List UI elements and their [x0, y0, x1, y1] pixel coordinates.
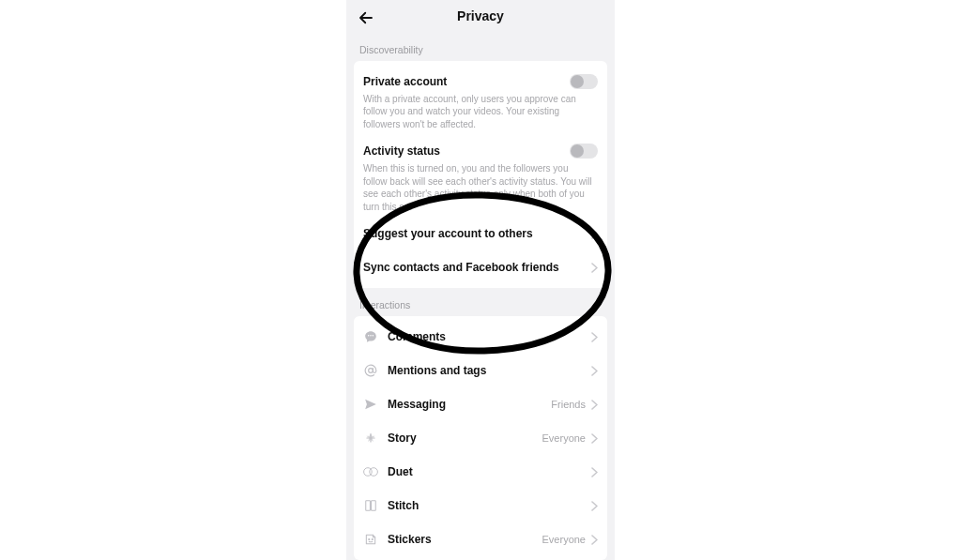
stitch-label: Stitch	[388, 499, 586, 512]
private-account-title: Private account	[363, 75, 447, 88]
comments-row[interactable]: Comments	[354, 320, 607, 354]
sticker-icon	[363, 532, 378, 547]
header-bar: Privacy	[346, 0, 615, 33]
sync-contacts-row[interactable]: Sync contacts and Facebook friends	[354, 250, 607, 284]
svg-point-3	[370, 468, 378, 477]
chevron-right-icon	[591, 332, 598, 342]
messaging-label: Messaging	[388, 398, 551, 411]
svg-rect-5	[372, 501, 376, 511]
activity-status-title: Activity status	[363, 144, 440, 158]
duet-label: Duet	[388, 465, 586, 478]
mentions-row[interactable]: Mentions and tags	[354, 354, 607, 387]
back-arrow-icon	[358, 9, 374, 26]
stitch-icon	[363, 498, 378, 513]
plus-icon	[363, 431, 378, 446]
section-label-discoverability: Discoverability	[346, 33, 615, 61]
comments-label: Comments	[388, 330, 586, 343]
suggest-account-row[interactable]: Suggest your account to others	[354, 217, 607, 250]
stickers-row[interactable]: Stickers Everyone	[354, 522, 607, 556]
activity-status-setting: Activity status When this is turned on, …	[354, 134, 607, 217]
svg-point-1	[369, 369, 374, 373]
chevron-right-icon	[591, 501, 598, 511]
private-account-setting: Private account With a private account, …	[354, 65, 607, 135]
send-icon	[363, 397, 378, 412]
comments-icon	[363, 329, 378, 344]
chevron-right-icon	[591, 467, 598, 477]
toggle-knob	[571, 75, 584, 88]
suggest-account-label: Suggest your account to others	[363, 227, 533, 240]
chevron-right-icon	[591, 229, 598, 239]
duet-row[interactable]: Duet	[354, 455, 607, 489]
phone-frame: Privacy Discoverability Private account …	[346, 0, 615, 560]
stickers-label: Stickers	[388, 533, 542, 546]
stitch-row[interactable]: Stitch	[354, 489, 607, 522]
chevron-right-icon	[591, 433, 598, 444]
story-row[interactable]: Story Everyone	[354, 421, 607, 455]
page-title: Privacy	[457, 8, 504, 23]
at-sign-icon	[363, 363, 378, 378]
mentions-label: Mentions and tags	[388, 364, 586, 377]
chevron-right-icon	[591, 263, 598, 273]
svg-rect-4	[366, 501, 371, 511]
story-value: Everyone	[542, 432, 586, 444]
sync-contacts-label: Sync contacts and Facebook friends	[363, 261, 559, 274]
section-label-interactions: Interactions	[346, 288, 615, 316]
svg-point-6	[369, 538, 370, 539]
messaging-row[interactable]: Messaging Friends	[354, 387, 607, 421]
duet-icon	[363, 464, 378, 479]
interactions-card: Comments Mentions and tags Messaging Fri…	[354, 316, 607, 560]
stickers-value: Everyone	[542, 534, 586, 545]
discoverability-card: Private account With a private account, …	[354, 61, 607, 289]
chevron-right-icon	[591, 366, 598, 376]
activity-status-desc: When this is turned on, you and the foll…	[363, 162, 598, 213]
chevron-right-icon	[591, 535, 598, 545]
messaging-value: Friends	[551, 399, 586, 410]
toggle-knob	[571, 144, 584, 158]
story-label: Story	[388, 431, 542, 445]
private-account-toggle[interactable]	[570, 74, 598, 89]
private-account-desc: With a private account, only users you a…	[363, 93, 598, 131]
chevron-right-icon	[591, 400, 598, 410]
back-button[interactable]	[356, 8, 376, 28]
activity-status-toggle[interactable]	[570, 144, 598, 159]
svg-point-7	[372, 538, 373, 539]
